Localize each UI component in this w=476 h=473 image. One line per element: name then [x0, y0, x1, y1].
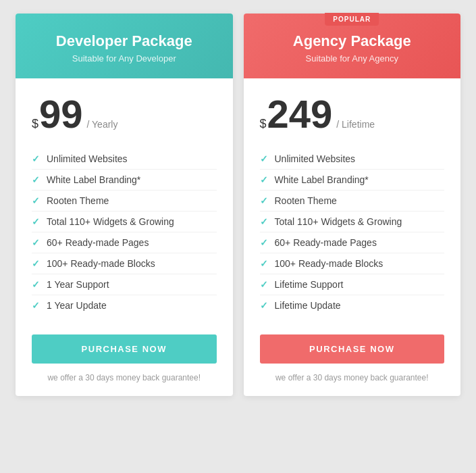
feature-text: 100+ Ready-made Blocks [47, 258, 155, 269]
feature-item: ✓ Lifetime Update [260, 295, 445, 316]
feature-text: 100+ Ready-made Blocks [275, 258, 384, 269]
check-icon: ✓ [260, 153, 268, 164]
check-icon: ✓ [260, 216, 268, 227]
pricing-card-agency: POPULAR Agency Package Suitable for Any … [244, 14, 461, 396]
feature-item: ✓ Total 110+ Widgets & Growing [260, 211, 445, 232]
feature-text: White Label Branding* [275, 174, 369, 185]
check-icon: ✓ [260, 300, 268, 311]
feature-text: Lifetime Support [275, 279, 344, 290]
feature-text: Lifetime Update [275, 300, 341, 311]
feature-item: ✓ Unlimited Websites [32, 149, 217, 170]
price-period: / Yearly [87, 119, 118, 130]
feature-item: ✓ Unlimited Websites [260, 149, 445, 170]
feature-item: ✓ Total 110+ Widgets & Growing [32, 211, 217, 232]
feature-text: Unlimited Websites [275, 153, 356, 164]
guarantee-text: we offer a 30 days money back guarantee! [32, 373, 217, 382]
package-subtitle: Suitable for Any Agency [260, 53, 445, 64]
card-header: Developer Package Suitable for Any Devel… [16, 14, 233, 78]
features-list: ✓ Unlimited Websites ✓ White Label Brand… [32, 149, 217, 316]
check-icon: ✓ [32, 174, 40, 185]
check-icon: ✓ [32, 300, 40, 311]
feature-text: 1 Year Support [47, 279, 109, 290]
feature-item: ✓ White Label Branding* [260, 170, 445, 191]
feature-text: Unlimited Websites [47, 153, 128, 164]
card-body: $ 249 / Lifetime ✓ Unlimited Websites ✓ … [244, 78, 461, 396]
price-row: $ 99 / Yearly [32, 95, 217, 134]
check-icon: ✓ [32, 195, 40, 206]
feature-text: 60+ Ready-made Pages [275, 237, 377, 248]
feature-item: ✓ White Label Branding* [32, 170, 217, 191]
package-name: Developer Package [32, 32, 217, 50]
feature-text: Total 110+ Widgets & Growing [47, 216, 174, 227]
package-name: Agency Package [260, 32, 445, 50]
feature-item: ✓ 100+ Ready-made Blocks [32, 253, 217, 274]
check-icon: ✓ [260, 258, 268, 269]
price-row: $ 249 / Lifetime [260, 95, 445, 134]
guarantee-text: we offer a 30 days money back guarantee! [260, 373, 445, 382]
feature-text: Total 110+ Widgets & Growing [275, 216, 402, 227]
check-icon: ✓ [32, 153, 40, 164]
feature-text: White Label Branding* [47, 174, 140, 185]
price-amount: 249 [267, 95, 333, 134]
pricing-wrapper: Developer Package Suitable for Any Devel… [0, 0, 476, 473]
feature-text: Rooten Theme [275, 195, 337, 206]
check-icon: ✓ [32, 279, 40, 290]
card-body: $ 99 / Yearly ✓ Unlimited Websites ✓ Whi… [16, 78, 233, 396]
price-period: / Lifetime [336, 119, 375, 130]
feature-item: ✓ 1 Year Update [32, 295, 217, 316]
feature-item: ✓ Rooten Theme [32, 191, 217, 211]
check-icon: ✓ [260, 195, 268, 206]
purchase-button[interactable]: PURCHASE NOW [32, 334, 217, 364]
price-amount: 99 [39, 95, 83, 134]
check-icon: ✓ [32, 216, 40, 227]
package-subtitle: Suitable for Any Developer [32, 53, 217, 64]
check-icon: ✓ [260, 174, 268, 185]
check-icon: ✓ [32, 258, 40, 269]
price-dollar: $ [32, 117, 38, 131]
feature-item: ✓ 60+ Ready-made Pages [32, 232, 217, 253]
feature-text: Rooten Theme [47, 195, 109, 206]
check-icon: ✓ [260, 279, 268, 290]
feature-item: ✓ Rooten Theme [260, 191, 445, 211]
pricing-card-developer: Developer Package Suitable for Any Devel… [16, 14, 233, 396]
popular-badge: POPULAR [325, 13, 379, 26]
feature-item: ✓ 60+ Ready-made Pages [260, 232, 445, 253]
price-dollar: $ [260, 117, 267, 131]
features-list: ✓ Unlimited Websites ✓ White Label Brand… [260, 149, 445, 316]
feature-item: ✓ Lifetime Support [260, 274, 445, 295]
purchase-button[interactable]: PURCHASE NOW [260, 334, 445, 364]
feature-item: ✓ 1 Year Support [32, 274, 217, 295]
check-icon: ✓ [260, 237, 268, 248]
check-icon: ✓ [32, 237, 40, 248]
feature-item: ✓ 100+ Ready-made Blocks [260, 253, 445, 274]
feature-text: 1 Year Update [47, 300, 107, 311]
feature-text: 60+ Ready-made Pages [47, 237, 149, 248]
